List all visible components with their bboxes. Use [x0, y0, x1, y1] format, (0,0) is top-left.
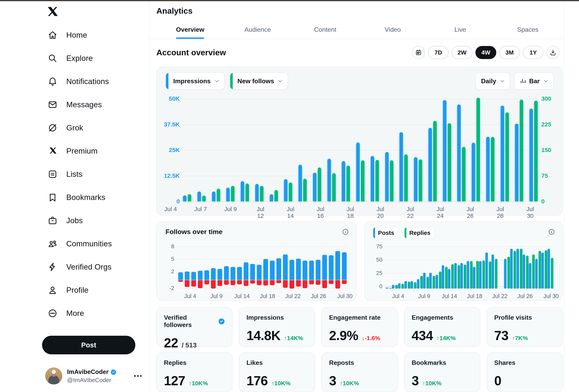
follows-bar[interactable]	[244, 262, 248, 280]
follows-bar[interactable]	[296, 259, 301, 280]
new-follows-bar[interactable]	[303, 179, 307, 201]
info-icon[interactable]	[548, 228, 555, 235]
post-button[interactable]: Post	[42, 336, 135, 354]
sidebar-item-more[interactable]: More	[0, 302, 149, 325]
x-logo-icon[interactable]	[47, 6, 58, 17]
unfollows-bar[interactable]	[244, 280, 248, 286]
follows-bar[interactable]	[329, 255, 334, 280]
replies-bar[interactable]	[408, 281, 410, 288]
unfollows-bar[interactable]	[217, 280, 222, 286]
replies-bar[interactable]	[451, 264, 454, 288]
new-follows-bar[interactable]	[448, 123, 451, 201]
tab-content[interactable]: Content	[291, 20, 359, 39]
new-follows-bar[interactable]	[404, 154, 408, 201]
tab-live[interactable]: Live	[427, 20, 494, 39]
impressions-bar[interactable]	[241, 181, 244, 201]
new-follows-bar[interactable]	[332, 173, 336, 201]
replies-bar[interactable]	[551, 258, 553, 288]
unfollows-bar[interactable]	[185, 280, 190, 287]
sidebar-item-bookmarks[interactable]: Bookmarks	[0, 186, 149, 209]
posts-bar[interactable]	[429, 273, 432, 288]
replies-bar[interactable]	[507, 257, 510, 288]
unfollows-bar[interactable]	[230, 280, 235, 285]
posts-bar[interactable]	[423, 273, 426, 288]
follows-bar[interactable]	[342, 252, 347, 280]
impressions-bar[interactable]	[270, 194, 273, 201]
posts-bar[interactable]	[448, 269, 450, 288]
unfollows-bar[interactable]	[191, 280, 196, 286]
replies-bar[interactable]	[495, 259, 498, 288]
unfollows-bar[interactable]	[178, 280, 183, 282]
new-follows-bar[interactable]	[419, 159, 422, 201]
new-follows-bar[interactable]	[390, 160, 393, 201]
replies-bar[interactable]	[464, 265, 466, 288]
posts-bar[interactable]	[529, 263, 531, 288]
posts-bar[interactable]	[460, 263, 463, 288]
follows-bar[interactable]	[290, 260, 294, 280]
unfollows-bar[interactable]	[257, 280, 262, 285]
sidebar-item-verified-orgs[interactable]: Verified Orgs	[0, 255, 149, 279]
replies-bar[interactable]	[439, 272, 441, 288]
impressions-bar[interactable]	[371, 156, 374, 201]
follows-bar[interactable]	[178, 272, 183, 280]
posts-bar[interactable]	[473, 267, 475, 288]
sidebar-item-premium[interactable]: Premium	[0, 139, 149, 163]
unfollows-bar[interactable]	[316, 280, 320, 285]
legend-replies-chip[interactable]: Replies	[404, 227, 435, 239]
range-3m-button[interactable]: 3M	[499, 46, 520, 59]
new-follows-bar[interactable]	[361, 160, 364, 201]
new-follows-bar[interactable]	[231, 186, 234, 201]
follows-bar[interactable]	[283, 254, 288, 280]
new-follows-bar[interactable]	[491, 137, 495, 201]
posts-bar[interactable]	[398, 283, 401, 288]
posts-bar[interactable]	[442, 265, 444, 288]
posts-bar[interactable]	[404, 281, 407, 288]
posts-bar[interactable]	[541, 252, 544, 288]
posts-bar[interactable]	[510, 249, 513, 288]
follows-bar[interactable]	[316, 260, 320, 280]
posts-bar[interactable]	[392, 285, 394, 288]
impressions-bar[interactable]	[313, 173, 316, 201]
posts-bar[interactable]	[523, 254, 525, 288]
unfollows-bar[interactable]	[303, 280, 307, 288]
tab-video[interactable]: Video	[359, 20, 427, 39]
posts-bar[interactable]	[417, 279, 420, 288]
impressions-bar[interactable]	[414, 157, 418, 201]
follows-bar[interactable]	[276, 258, 281, 280]
replies-bar[interactable]	[532, 254, 535, 288]
new-follows-bar[interactable]	[534, 101, 538, 201]
unfollows-bar[interactable]	[270, 280, 275, 285]
impressions-bar[interactable]	[443, 100, 446, 201]
follows-bar[interactable]	[230, 267, 235, 280]
replies-bar[interactable]	[427, 277, 429, 288]
impressions-bar[interactable]	[501, 106, 504, 201]
replies-bar[interactable]	[433, 276, 435, 288]
unfollows-bar[interactable]	[335, 280, 340, 288]
posts-bar[interactable]	[467, 261, 469, 288]
replies-bar[interactable]	[489, 261, 491, 288]
follows-bar[interactable]	[237, 267, 242, 280]
profile-more-icon[interactable]	[134, 375, 142, 377]
follows-bar[interactable]	[250, 264, 255, 280]
export-download-button[interactable]	[546, 46, 560, 59]
unfollows-bar[interactable]	[342, 280, 347, 284]
impressions-bar[interactable]	[226, 188, 230, 201]
posts-bar[interactable]	[454, 263, 457, 288]
sidebar-item-lists[interactable]: Lists	[0, 163, 149, 186]
sidebar-item-grok[interactable]: Grok	[0, 116, 149, 139]
range-1y-button[interactable]: 1Y	[523, 46, 543, 59]
follows-bar[interactable]	[309, 261, 314, 280]
info-icon[interactable]	[342, 228, 349, 235]
new-follows-bar[interactable]	[506, 112, 509, 201]
impressions-bar[interactable]	[515, 124, 518, 201]
tab-overview[interactable]: Overview	[156, 20, 224, 39]
unfollows-bar[interactable]	[263, 280, 268, 285]
new-follows-bar[interactable]	[260, 186, 264, 201]
follows-bar[interactable]	[191, 272, 196, 280]
sidebar-item-explore[interactable]: Explore	[0, 47, 149, 70]
replies-bar[interactable]	[414, 282, 417, 288]
replies-bar[interactable]	[526, 256, 529, 288]
unfollows-bar[interactable]	[296, 280, 301, 286]
new-follows-bar[interactable]	[202, 196, 206, 201]
impressions-bar[interactable]	[298, 165, 302, 201]
